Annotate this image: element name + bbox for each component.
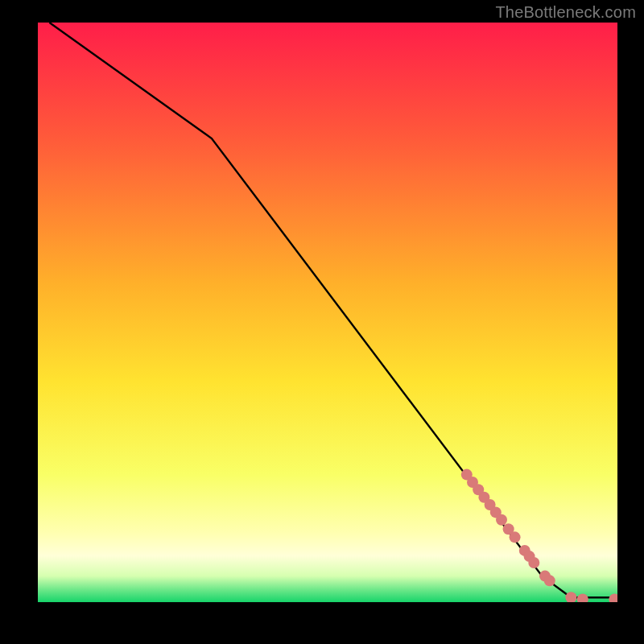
data-marker bbox=[544, 575, 555, 586]
data-marker bbox=[510, 531, 521, 543]
chart-svg bbox=[38, 23, 617, 602]
data-marker bbox=[528, 557, 539, 568]
plot-area bbox=[38, 23, 617, 602]
chart-background bbox=[38, 23, 617, 602]
watermark-text: TheBottleneck.com bbox=[495, 3, 636, 22]
chart-frame: TheBottleneck.com bbox=[0, 0, 644, 644]
data-marker bbox=[496, 514, 507, 526]
